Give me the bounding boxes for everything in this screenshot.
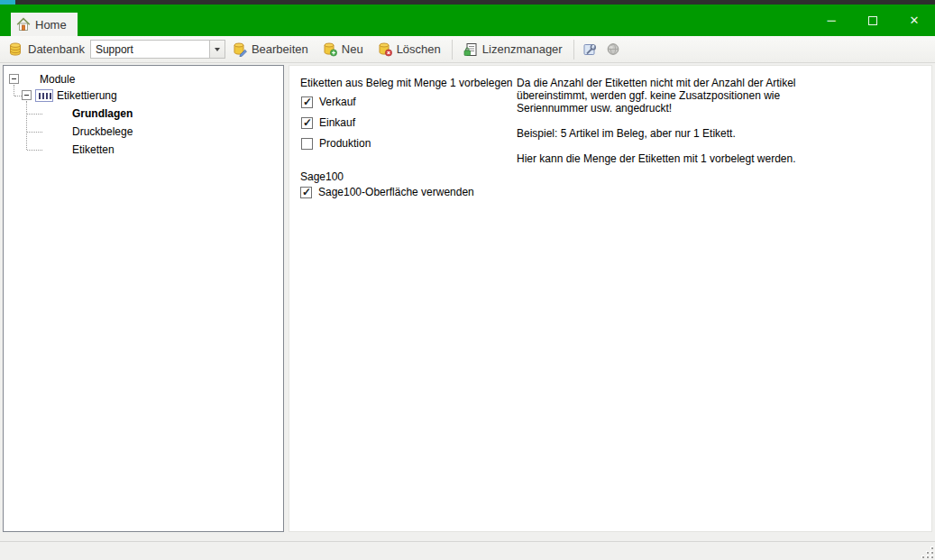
help-paragraph: Hier kann die Menge der Etiketten mit 1 …: [517, 152, 828, 165]
module-tree: Module Etikettierung Grundlagen Druckbel…: [4, 66, 283, 531]
lizenzmanager-label: Lizenzmanager: [482, 42, 563, 56]
checkbox-row-verkauf: Verkauf: [301, 96, 356, 108]
close-button[interactable]: ✕: [894, 5, 935, 36]
help-paragraph: Da die Anzahl der Etiketten nicht mit de…: [517, 77, 828, 115]
produktion-label: Produktion: [319, 137, 371, 150]
tree-node-etiketten[interactable]: Etiketten: [72, 143, 115, 156]
checkbox-row-sage100: Sage100-Oberfläche verwenden: [300, 186, 474, 198]
client-area: Module Etikettierung Grundlagen Druckbel…: [0, 63, 935, 541]
options-button[interactable]: [578, 39, 601, 60]
tree-connector: [14, 85, 14, 96]
close-icon: ✕: [910, 14, 920, 27]
minimize-icon: ─: [827, 14, 835, 27]
tree-connector: [14, 96, 22, 96]
tab-home-label: Home: [35, 18, 67, 32]
neu-button[interactable]: Neu: [316, 39, 371, 60]
loeschen-label: Löschen: [397, 42, 441, 56]
toolbar-separator: [452, 40, 453, 60]
tree-node-etikettierung[interactable]: Etikettierung: [57, 89, 117, 102]
collapse-icon[interactable]: [22, 90, 32, 100]
tree-connector: [27, 150, 42, 151]
neu-label: Neu: [342, 42, 363, 56]
tree-connector: [26, 101, 27, 150]
tree-connector: [27, 132, 42, 133]
einkauf-checkbox[interactable]: [301, 117, 313, 129]
resize-grip-icon[interactable]: [922, 547, 933, 558]
sage100-oberflaeche-checkbox[interactable]: [300, 187, 312, 198]
options-icon: [582, 42, 597, 57]
database-combobox[interactable]: Support: [90, 40, 225, 59]
tree-connector: [27, 114, 42, 115]
bearbeiten-button[interactable]: Bearbeiten: [225, 39, 316, 60]
home-icon: [16, 17, 31, 32]
database-combobox-value[interactable]: Support: [91, 41, 209, 58]
globe-icon: [606, 42, 620, 57]
verkauf-label: Verkauf: [319, 96, 356, 108]
collapse-icon[interactable]: [9, 74, 19, 84]
tree-node-module[interactable]: Module: [40, 73, 75, 86]
tab-home[interactable]: Home: [11, 13, 78, 36]
database-add-icon: [323, 42, 337, 57]
datenbank-label: Datenbank: [28, 42, 85, 56]
group-label-etiketten-menge: Etiketten aus Beleg mit Menge 1 vorbeleg…: [300, 77, 512, 89]
maximize-button[interactable]: [852, 5, 894, 36]
group-label-sage100: Sage100: [300, 170, 344, 183]
verkauf-checkbox[interactable]: [301, 96, 313, 108]
database-delete-icon: [378, 42, 392, 57]
tree-node-druckbelege[interactable]: Druckbelege: [72, 125, 133, 138]
lizenzmanager-button[interactable]: Lizenzmanager: [456, 39, 570, 60]
minimize-button[interactable]: ─: [811, 5, 852, 36]
einkauf-label: Einkauf: [319, 116, 355, 129]
database-combobox-dropdown-button[interactable]: [209, 41, 225, 58]
globe-button[interactable]: [601, 39, 625, 60]
toolbar: Datenbank Support Bearbeiten Neu: [0, 36, 935, 63]
app-window: ─ ✕ Home Datenbank Support: [0, 0, 935, 560]
help-text: Da die Anzahl der Etiketten nicht mit de…: [517, 77, 828, 178]
window-controls: ─ ✕: [811, 5, 935, 36]
produktion-checkbox[interactable]: [301, 138, 313, 150]
tree-node-grundlagen[interactable]: Grundlagen: [72, 107, 133, 120]
help-paragraph: Beispiel: 5 Artikel im Beleg, aber nur 1…: [517, 127, 828, 140]
dropdown-arrow-icon: [215, 48, 220, 51]
toolbar-separator: [573, 40, 574, 60]
maximize-icon: [868, 16, 877, 25]
license-manager-icon: [463, 42, 478, 57]
barcode-icon: [35, 89, 53, 102]
loeschen-button[interactable]: Löschen: [371, 39, 448, 60]
titlebar: ─ ✕ Home: [0, 5, 935, 36]
checkbox-row-produktion: Produktion: [301, 137, 371, 150]
checkbox-row-einkauf: Einkauf: [301, 116, 355, 129]
settings-panel: Etiketten aus Beleg mit Menge 1 vorbeleg…: [289, 65, 932, 532]
database-icon: [8, 42, 23, 57]
sage100-oberflaeche-label: Sage100-Oberfläche verwenden: [318, 186, 474, 198]
module-tree-panel: Module Etikettierung Grundlagen Druckbel…: [3, 65, 284, 532]
statusbar: [0, 541, 935, 560]
database-edit-icon: [233, 42, 247, 57]
bearbeiten-label: Bearbeiten: [252, 42, 308, 56]
